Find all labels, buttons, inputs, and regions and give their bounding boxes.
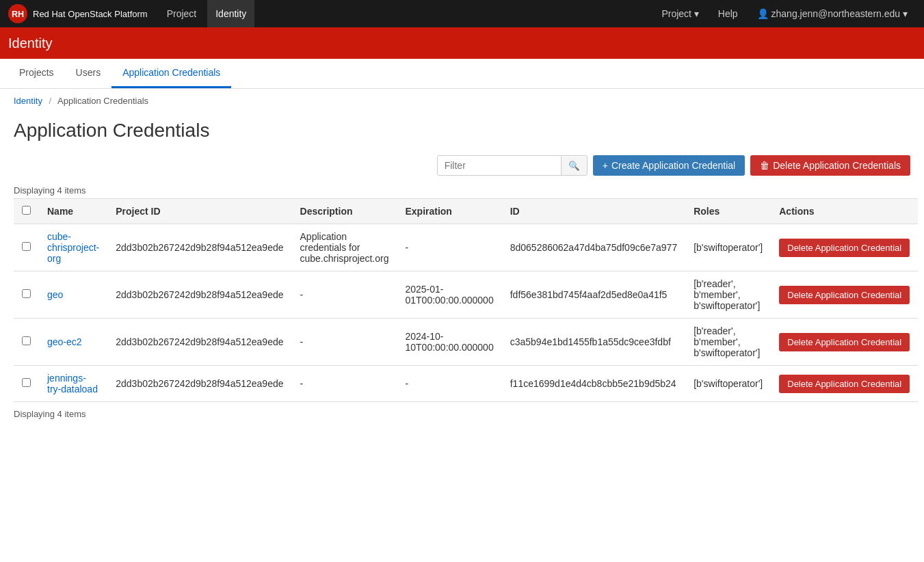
row-description-0: Application credentials for cube.chrispr… [292, 224, 397, 271]
svg-text:RH: RH [12, 10, 24, 19]
row-name-2: geo-ec2 [39, 319, 107, 366]
row-description-2: - [292, 319, 397, 366]
top-nav-project[interactable]: Project [159, 0, 205, 27]
top-navbar-right: Project ▾ Help 👤 zhang.jenn@northeastern… [653, 4, 916, 23]
delete-credential-button-0[interactable]: Delete Application Credential [779, 239, 910, 257]
row-roles-3: [b'swiftoperator'] [685, 366, 771, 402]
create-credential-button[interactable]: + Create Application Credential [593, 155, 745, 176]
breadcrumb-current: Application Credentials [57, 96, 148, 106]
col-actions: Actions [771, 199, 918, 224]
brand: RH Red Hat OpenStack Platform [8, 4, 148, 23]
delete-credentials-button[interactable]: 🗑 Delete Application Credentials [750, 155, 910, 176]
row-expiration-1: 2025-01-01T00:00:00.000000 [397, 271, 501, 319]
trash-icon: 🗑 [760, 160, 769, 171]
filter-search-button[interactable]: 🔍 [561, 157, 587, 175]
row-checkbox-cell [14, 224, 39, 271]
row-id-0: 8d065286062a47d4ba75df09c6e7a977 [502, 224, 685, 271]
delete-credential-button-3[interactable]: Delete Application Credential [779, 375, 910, 393]
row-project-id-3: 2dd3b02b267242d9b28f94a512ea9ede [107, 366, 291, 402]
filter-input[interactable] [438, 156, 561, 175]
top-nav-user-menu[interactable]: 👤 zhang.jenn@northeastern.edu ▾ [749, 4, 916, 23]
row-expiration-3: - [397, 366, 501, 402]
row-expiration-2: 2024-10-10T00:00:00.000000 [397, 319, 501, 366]
col-expiration: Expiration [397, 199, 501, 224]
top-navbar-left: RH Red Hat OpenStack Platform Project Id… [8, 0, 254, 27]
nav-application-credentials[interactable]: Application Credentials [111, 59, 231, 88]
brand-text: Red Hat OpenStack Platform [33, 9, 148, 19]
row-checkbox-3[interactable] [22, 378, 31, 387]
row-id-3: f11ce1699d1e4d4cb8cbb5e21b9d5b24 [502, 366, 685, 402]
user-email: zhang.jenn@northeastern.edu [771, 8, 901, 19]
credentials-table: Name Project ID Description Expiration I… [14, 198, 918, 402]
row-name-3: jennings-try-dataload [39, 366, 107, 402]
row-name-link-0[interactable]: cube-chrisproject-org [47, 231, 99, 264]
table-row: geo-ec2 2dd3b02b267242d9b28f94a512ea9ede… [14, 319, 918, 366]
row-checkbox-cell [14, 366, 39, 402]
identity-bar: Identity [0, 27, 924, 59]
row-roles-2: [b'reader', b'member', b'swiftoperator'] [685, 319, 771, 366]
row-checkbox-2[interactable] [22, 336, 31, 345]
col-name: Name [39, 199, 107, 224]
col-project-id: Project ID [107, 199, 291, 224]
delete-credential-button-1[interactable]: Delete Application Credential [779, 286, 910, 304]
row-actions-1: Delete Application Credential [771, 271, 918, 319]
top-nav-project-dropdown[interactable]: Project ▾ [653, 4, 707, 23]
row-roles-0: [b'swiftoperator'] [685, 224, 771, 271]
redhat-logo: RH [8, 4, 27, 23]
col-description: Description [292, 199, 397, 224]
row-expiration-0: - [397, 224, 501, 271]
breadcrumb-identity[interactable]: Identity [14, 96, 42, 106]
row-project-id-0: 2dd3b02b267242d9b28f94a512ea9ede [107, 224, 291, 271]
nav-users[interactable]: Users [65, 59, 112, 88]
breadcrumb: Identity / Application Credentials [0, 89, 924, 113]
select-all-header [14, 199, 39, 224]
table-row: jennings-try-dataload 2dd3b02b267242d9b2… [14, 366, 918, 402]
row-actions-2: Delete Application Credential [771, 319, 918, 366]
row-checkbox-cell [14, 271, 39, 319]
col-roles: Roles [685, 199, 771, 224]
delete-credential-button-2[interactable]: Delete Application Credential [779, 333, 910, 351]
row-project-id-2: 2dd3b02b267242d9b28f94a512ea9ede [107, 319, 291, 366]
item-count-bottom: Displaying 4 items [14, 409, 910, 419]
table-row: geo 2dd3b02b267242d9b28f94a512ea9ede - 2… [14, 271, 918, 319]
user-icon: 👤 [757, 8, 771, 19]
col-id: ID [502, 199, 685, 224]
row-name-link-1[interactable]: geo [47, 289, 63, 300]
page-title: Application Credentials [14, 120, 910, 142]
top-navbar: RH Red Hat OpenStack Platform Project Id… [0, 0, 924, 27]
plus-icon: + [603, 160, 608, 171]
nav-projects[interactable]: Projects [8, 59, 65, 88]
table-row: cube-chrisproject-org 2dd3b02b267242d9b2… [14, 224, 918, 271]
top-nav-help[interactable]: Help [710, 4, 746, 23]
row-name-link-3[interactable]: jennings-try-dataload [47, 373, 98, 394]
row-id-2: c3a5b94e1bd1455fb1a55dc9cee3fdbf [502, 319, 685, 366]
row-checkbox-1[interactable] [22, 289, 31, 298]
row-name-0: cube-chrisproject-org [39, 224, 107, 271]
top-nav-identity[interactable]: Identity [207, 0, 254, 27]
row-id-1: fdf56e381bd745f4aaf2d5ed8e0a41f5 [502, 271, 685, 319]
row-actions-3: Delete Application Credential [771, 366, 918, 402]
row-actions-0: Delete Application Credential [771, 224, 918, 271]
main-content: Application Credentials 🔍 + Create Appli… [0, 120, 924, 436]
breadcrumb-separator: / [49, 96, 52, 106]
row-project-id-1: 2dd3b02b267242d9b28f94a512ea9ede [107, 271, 291, 319]
row-description-3: - [292, 366, 397, 402]
filter-wrap: 🔍 [437, 155, 588, 176]
row-checkbox-0[interactable] [22, 242, 31, 251]
secondary-nav: Projects Users Application Credentials [0, 59, 924, 89]
row-name-link-2[interactable]: geo-ec2 [47, 336, 82, 347]
row-roles-1: [b'reader', b'member', b'swiftoperator'] [685, 271, 771, 319]
toolbar: 🔍 + Create Application Credential 🗑 Dele… [14, 155, 910, 176]
search-icon: 🔍 [568, 161, 580, 171]
identity-bar-title: Identity [8, 36, 52, 51]
row-name-1: geo [39, 271, 107, 319]
select-all-checkbox[interactable] [22, 206, 31, 215]
row-checkbox-cell [14, 319, 39, 366]
row-description-1: - [292, 271, 397, 319]
item-count-top: Displaying 4 items [14, 185, 910, 196]
